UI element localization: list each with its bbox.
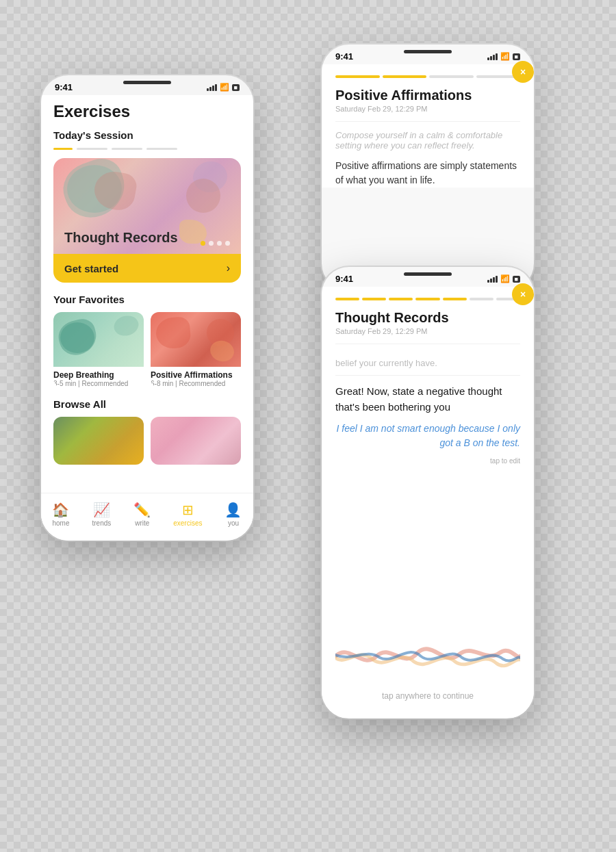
nav-trends-label: trends [92, 519, 111, 527]
todays-session-label: Today's Session [53, 129, 241, 141]
notch-br [404, 272, 452, 276]
progress-bar-tr [335, 75, 520, 78]
status-icons-left: 📶 ■ [207, 83, 240, 92]
affirmations-response: Positive affirmations are simply stateme… [335, 159, 520, 188]
signal-bars-br [487, 276, 498, 283]
fav-label-deep-breathing: Deep Breathing [53, 370, 144, 380]
nav-exercises[interactable]: ⊞ exercises [173, 502, 202, 527]
status-bar-left: 9:41 📶 ■ [41, 75, 253, 95]
time-tr: 9:41 [335, 51, 353, 62]
hero-dot-2 [209, 241, 214, 246]
nav-home[interactable]: 🏠 home [52, 502, 69, 527]
battery-icon-br: ■ [513, 276, 520, 283]
dot-2 [77, 148, 107, 150]
phone-exercises: 9:41 📶 ■ Exercises Today's Session [41, 75, 253, 541]
thought-records-content: × Thought Records Saturday Feb 29, 12:29… [322, 287, 534, 718]
prog-2 [383, 75, 427, 78]
write-icon: ✏️ [133, 502, 151, 518]
browse-card-1[interactable] [53, 417, 144, 465]
wifi-icon: 📶 [220, 83, 229, 92]
favorites-label: Your Favorites [53, 294, 241, 305]
user-response[interactable]: I feel I am not smart enough because I o… [335, 422, 520, 450]
prog-br-4 [415, 298, 439, 300]
prog-br-3 [389, 298, 413, 300]
prog-br-5 [443, 298, 467, 300]
prog-br-1 [335, 298, 359, 300]
prog-3 [429, 75, 474, 78]
hero-pagination-dots [201, 241, 230, 246]
thought-records-date: Saturday Feb 29, 12:29 PM [335, 327, 520, 344]
prog-br-6 [470, 298, 493, 300]
notch-left [123, 81, 171, 84]
fav-card-deep-breathing[interactable]: Deep Breathing 3-5 min | Recommended [53, 312, 144, 387]
battery-icon: ■ [232, 84, 240, 91]
status-bar-tr: 9:41 📶 ■ [322, 44, 534, 64]
hero-card[interactable]: Thought Records Get started › [53, 158, 241, 283]
time-br: 9:41 [335, 274, 353, 284]
wifi-icon-tr: 📶 [500, 52, 510, 61]
page-title: Exercises [53, 102, 241, 121]
tap-to-edit[interactable]: tap to edit [335, 457, 520, 465]
notch-tr [404, 50, 452, 53]
favorites-grid: Deep Breathing 3-5 min | Recommended Pos… [53, 312, 241, 387]
affirmations-date: Saturday Feb 29, 12:29 PM [335, 105, 520, 122]
dot-4 [146, 148, 177, 150]
page-header: Exercises Today's Session Thought Record… [53, 95, 241, 465]
affirmations-content: × Positive Affirmations Saturday Feb 29,… [322, 64, 534, 188]
get-started-label: Get started [64, 263, 118, 274]
wave-visualization [335, 636, 520, 677]
browse-grid [53, 417, 241, 465]
nav-trends[interactable]: 📈 trends [92, 502, 111, 527]
close-button-tr[interactable]: × [512, 61, 534, 83]
hero-dot-4 [225, 241, 230, 246]
trends-icon: 📈 [93, 502, 110, 518]
fav-image-blue [53, 312, 144, 367]
wifi-icon-br: 📶 [500, 274, 510, 283]
phone-thought-records: 9:41 📶 ■ × Thought Records Saturday Feb … [322, 267, 534, 719]
fav-meta-positive-affirmations: 6-8 min | Recommended [151, 380, 241, 387]
home-icon: 🏠 [52, 502, 69, 518]
nav-you-label: you [228, 519, 239, 527]
fav-image-red [151, 312, 241, 367]
nav-write-label: write [135, 519, 149, 527]
close-button-br[interactable]: × [512, 283, 534, 305]
hero-dot-1 [201, 241, 205, 246]
dot-1 [53, 148, 73, 150]
fav-meta-deep-breathing: 3-5 min | Recommended [53, 380, 144, 387]
fav-label-positive-affirmations: Positive Affirmations [151, 370, 241, 380]
nav-write[interactable]: ✏️ write [133, 502, 151, 527]
tap-continue[interactable]: tap anywhere to continue [322, 691, 534, 701]
hero-card-image: Thought Records [53, 158, 241, 254]
status-bar-br: 9:41 📶 ■ [322, 267, 534, 287]
progress-dots [53, 148, 241, 150]
bottom-nav: 🏠 home 📈 trends ✏️ write ⊞ exercises 👤 y… [41, 493, 253, 541]
hero-card-footer[interactable]: Get started › [53, 254, 241, 283]
belief-input[interactable]: belief your currently have. [335, 352, 520, 376]
exercises-content: Exercises Today's Session Thought Record… [41, 95, 253, 526]
status-icons-br: 📶 ■ [487, 274, 520, 283]
dot-3 [112, 148, 142, 150]
signal-bars [207, 84, 217, 91]
browse-all-label: Browse All [53, 398, 241, 410]
chevron-right-icon: › [227, 262, 230, 274]
status-icons-tr: 📶 ■ [487, 52, 520, 61]
affirmations-title: Positive Affirmations [335, 88, 520, 103]
affirmations-prompt: Compose yourself in a calm & comfortable… [335, 130, 520, 151]
progress-bar-br [335, 298, 520, 300]
you-icon: 👤 [224, 502, 242, 518]
exercises-icon: ⊞ [182, 502, 194, 518]
blob-3 [190, 159, 229, 195]
nav-you[interactable]: 👤 you [224, 502, 242, 527]
signal-bars-tr [487, 53, 498, 60]
blob-4 [179, 220, 207, 244]
phone-positive-affirmations: 9:41 📶 ■ × Positive Affirmations Saturda… [322, 44, 534, 291]
hero-dot-3 [217, 241, 222, 246]
battery-icon-tr: ■ [513, 53, 520, 60]
nav-home-label: home [52, 519, 69, 527]
prog-br-2 [362, 298, 386, 300]
fav-card-positive-affirmations[interactable]: Positive Affirmations 6-8 min | Recommen… [151, 312, 241, 387]
hero-card-title: Thought Records [64, 230, 178, 246]
thought-prompt: Great! Now, state a negative thought tha… [335, 384, 520, 415]
prog-1 [335, 75, 380, 78]
browse-card-2[interactable] [151, 417, 241, 465]
